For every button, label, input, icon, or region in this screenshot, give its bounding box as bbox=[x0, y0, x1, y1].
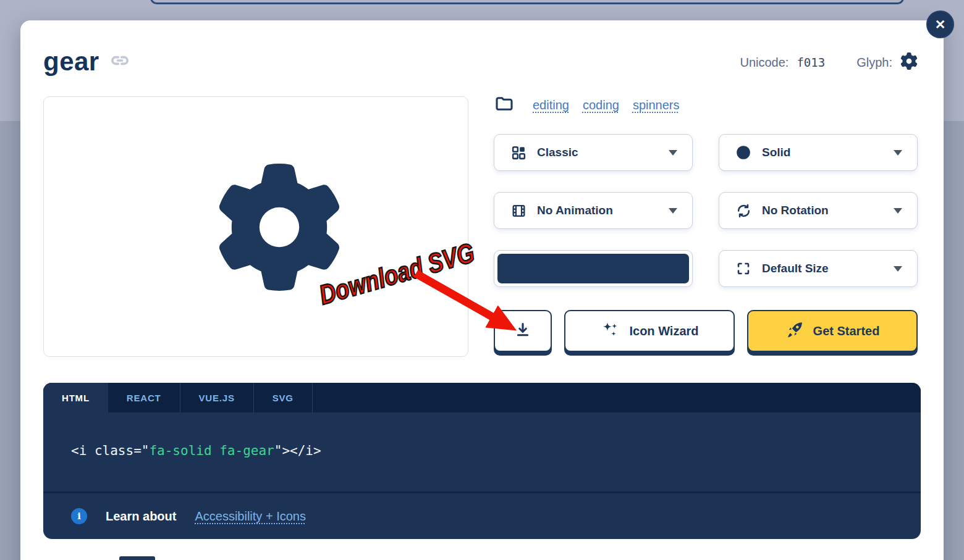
download-svg-button[interactable] bbox=[494, 310, 552, 352]
partial-element-below bbox=[119, 556, 155, 560]
rotation-select[interactable]: No Rotation bbox=[719, 192, 918, 229]
category-row: editing coding spinners bbox=[494, 94, 679, 116]
icon-detail-modal: ✕ gear Unicode: f013 Glyph: editing bbox=[20, 20, 944, 560]
tab-vuejs[interactable]: VUE.JS bbox=[180, 383, 254, 412]
category-link-coding[interactable]: coding bbox=[583, 98, 619, 112]
rotate-icon bbox=[735, 203, 751, 219]
get-started-button[interactable]: Get Started bbox=[747, 310, 918, 352]
family-select-label: Classic bbox=[537, 146, 578, 159]
close-button[interactable]: ✕ bbox=[926, 10, 954, 38]
gear-preview-icon bbox=[216, 164, 343, 293]
code-classes: fa-solid fa-gear bbox=[149, 443, 274, 458]
unicode-label: Unicode: bbox=[740, 56, 789, 70]
link-icon[interactable] bbox=[109, 50, 130, 73]
chevron-down-icon bbox=[894, 150, 902, 156]
style-select-label: Solid bbox=[762, 146, 790, 159]
category-link-spinners[interactable]: spinners bbox=[633, 98, 680, 112]
background-searchbar-edge bbox=[150, 0, 904, 4]
rocket-icon bbox=[785, 320, 804, 341]
sparkles-icon bbox=[600, 320, 620, 342]
get-started-label: Get Started bbox=[813, 324, 880, 338]
rotation-select-label: No Rotation bbox=[762, 204, 829, 217]
learn-about-label: Learn about bbox=[106, 509, 176, 524]
grid-icon bbox=[510, 145, 526, 161]
animation-select-label: No Animation bbox=[537, 204, 613, 217]
icon-wizard-button[interactable]: Icon Wizard bbox=[564, 310, 735, 352]
tab-react[interactable]: REACT bbox=[108, 383, 180, 412]
page-title: gear bbox=[43, 47, 99, 77]
info-icon: i bbox=[71, 508, 87, 524]
glyph-label: Glyph: bbox=[856, 56, 892, 70]
close-icon: ✕ bbox=[935, 17, 946, 32]
tab-svg[interactable]: SVG bbox=[254, 383, 313, 412]
chevron-down-icon bbox=[669, 150, 677, 156]
film-icon bbox=[510, 203, 526, 219]
size-select-label: Default Size bbox=[762, 262, 829, 275]
icon-meta: Unicode: f013 Glyph: bbox=[740, 52, 918, 72]
title-row: gear bbox=[43, 47, 130, 77]
color-swatch-select[interactable] bbox=[494, 250, 693, 287]
expand-icon bbox=[735, 261, 751, 276]
accessibility-footer: i Learn about Accessibility + Icons bbox=[43, 493, 921, 539]
icon-preview-panel bbox=[43, 96, 468, 357]
chevron-down-icon bbox=[669, 208, 677, 214]
code-pre: <i class=" bbox=[71, 443, 149, 458]
family-select[interactable]: Classic bbox=[494, 134, 693, 171]
icon-wizard-label: Icon Wizard bbox=[629, 324, 698, 338]
code-snippet-panel: HTML REACT VUE.JS SVG <i class="fa-solid… bbox=[43, 383, 921, 539]
gear-glyph-icon bbox=[900, 52, 918, 72]
tab-html[interactable]: HTML bbox=[43, 383, 108, 412]
color-swatch bbox=[497, 254, 689, 283]
chevron-down-icon bbox=[894, 266, 902, 272]
category-link-editing[interactable]: editing bbox=[533, 98, 569, 112]
animation-select[interactable]: No Animation bbox=[494, 192, 693, 229]
code-post: "></i> bbox=[274, 443, 321, 458]
code-snippet[interactable]: <i class="fa-solid fa-gear"></i> bbox=[71, 443, 321, 458]
unicode-value: f013 bbox=[797, 56, 825, 69]
folder-icon bbox=[494, 94, 514, 116]
download-icon bbox=[514, 321, 531, 341]
style-select[interactable]: Solid bbox=[719, 134, 918, 171]
filled-circle-icon bbox=[735, 144, 751, 161]
accessibility-icons-link[interactable]: Accessibility + Icons bbox=[195, 509, 306, 524]
chevron-down-icon bbox=[894, 208, 902, 214]
size-select[interactable]: Default Size bbox=[719, 250, 918, 287]
code-tab-strip: HTML REACT VUE.JS SVG bbox=[43, 383, 921, 412]
